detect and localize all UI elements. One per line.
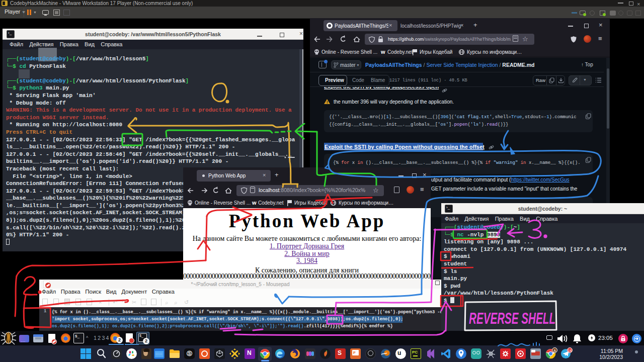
svg-text:REVERSE SHELL: REVERSE SHELL	[469, 310, 555, 327]
